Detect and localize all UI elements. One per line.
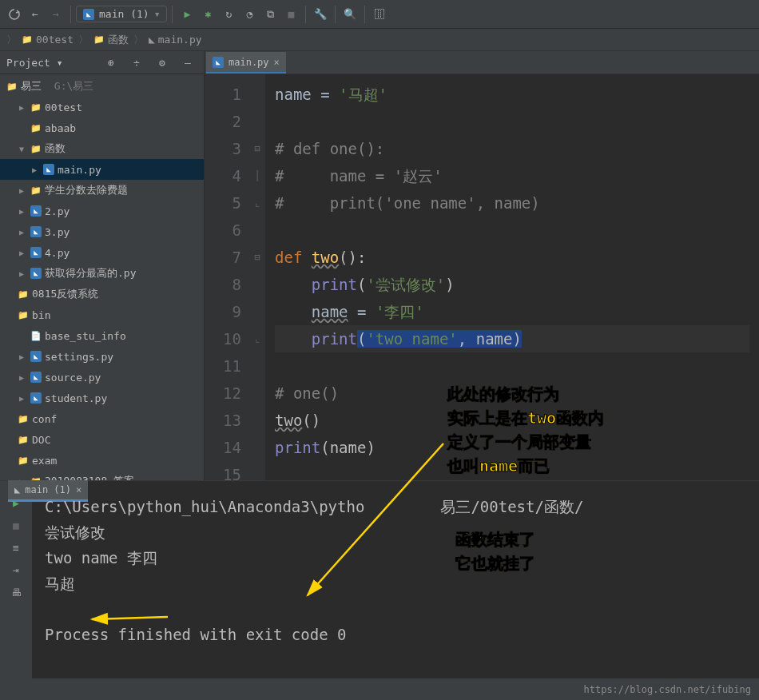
python-icon: ◣ [30,392,42,404]
stop-icon[interactable]: ■ [7,516,25,534]
structure-icon[interactable]: ⿲ [370,5,389,24]
sync-icon[interactable] [5,5,24,24]
run-icon[interactable]: ▶ [177,5,197,24]
python-icon: ◣ [30,205,42,217]
stop-icon[interactable]: ■ [281,5,300,24]
python-icon: ◣ [30,372,42,383]
file-icon: 📄 [30,330,42,341]
console-line: two name 李四 [45,545,746,571]
collapse-icon[interactable]: ÷ [127,53,146,72]
console-line: Process finished with exit code 0 [45,622,746,647]
console-line: 马超 [45,571,746,596]
tree-item[interactable]: 📁bin [0,304,204,325]
crumb-file[interactable]: ◣main.py [149,34,202,46]
tree-item[interactable]: ▼📁函数 [0,138,204,159]
python-icon: ◣ [30,226,42,237]
crumb-mid[interactable]: 📁函数 [93,33,129,47]
search-icon[interactable]: 🔍 [340,5,360,24]
tree-item[interactable]: ▶◣main.py [0,159,204,180]
tree-item[interactable]: ▶◣student.py [0,388,204,408]
target-icon[interactable]: ⊕ [101,53,121,72]
scroll-icon[interactable]: ⇥ [7,561,25,579]
code-line[interactable]: # print('one name', name) [275,189,749,217]
print-icon[interactable]: 🖶 [7,583,25,601]
gear-icon[interactable]: ⚙ [153,53,172,72]
chevron-down-icon[interactable]: ▾ [57,57,63,69]
console-output[interactable]: C:\Users\python_hui\Anaconda3\pytho函数结束了… [32,481,759,678]
project-title: Project [6,57,50,69]
folder-icon: 📁 [18,413,29,424]
tree-item[interactable]: 📄base_stu_info [0,325,204,346]
folder-icon: 📁 [30,143,42,154]
chevron-down-icon: ▾ [154,8,161,20]
run-tool-window: ▶ ■ ≡ ⇥ 🖶 C:\Users\python_hui\Anaconda3\… [0,480,759,678]
editor-tabs: ◣ main.py × [205,51,759,74]
code-line[interactable] [275,352,749,380]
python-icon: ◣ [14,484,20,495]
main-toolbar: ← → ◣ main (1) ▾ ▶ ✱ ↻ ◔ ⧉ ■ 🔧 🔍 ⿲ [0,0,759,29]
tree-item[interactable]: ▶📁学生分数去除费题 [0,180,204,201]
tree-item[interactable]: 📁abaab [0,117,204,138]
folder-icon: 📁 [30,101,42,113]
console-line [45,596,746,622]
python-icon: ◣ [213,57,224,68]
code-line[interactable]: print('尝试修改') [275,271,749,298]
tree-item[interactable]: ▶◣3.py [0,221,204,242]
profile-icon[interactable]: ◔ [240,5,259,24]
run-config-label: main (1) [99,8,149,20]
folder-icon: 📁 [30,122,42,133]
code-line[interactable]: # def one(): [275,135,749,162]
tree-item[interactable]: ▶◣4.py [0,242,204,263]
tree-item[interactable]: 📁DOC [0,429,204,450]
python-icon: ◣ [83,9,94,20]
layout-icon[interactable]: ≡ [7,539,25,556]
hide-icon[interactable]: — [178,53,197,72]
code-line[interactable] [275,108,749,135]
python-icon: ◣ [43,164,54,175]
fold-gutter: ⊟│⌞ ⊟ ⌞ [249,74,265,484]
annotation-2: 函数结束了 它也就挂了 [455,527,535,575]
tree-item[interactable]: ▶◣settings.py [0,346,204,367]
concurrent-icon[interactable]: ⧉ [260,5,280,24]
python-icon: ◣ [30,268,42,279]
project-tree[interactable]: 📁 易三 G:\易三 ▶📁00test📁abaab▼📁函数▶◣main.py▶📁… [0,74,204,502]
code-line[interactable]: def two(): [275,244,749,271]
console-line: C:\Users\python_hui\Anaconda3\pytho函数结束了… [45,494,746,519]
project-tool-window: Project ▾ ⊕ ÷ ⚙ — 📁 易三 G:\易三 ▶📁00test📁ab… [0,51,205,502]
breadcrumb: 〉 📁00test 〉 📁函数 〉 ◣main.py [0,29,759,51]
code-line[interactable]: print('two name', name) [275,325,749,352]
tree-item[interactable]: 📁exam [0,450,204,471]
tree-item[interactable]: ▶◣source.py [0,367,204,388]
coverage-icon[interactable]: ↻ [219,5,238,24]
debug-icon[interactable]: ✱ [198,5,217,24]
folder-icon: 📁 [30,185,42,196]
watermark: https://blog.csdn.net/ifubing [583,684,751,695]
back-icon[interactable]: ← [26,5,45,24]
close-icon[interactable]: × [274,57,280,68]
annotation-1: 此处的修改行为 实际上是在two函数内 定义了一个局部变量 也叫name而已 [447,382,604,478]
folder-icon: 📁 [18,309,29,320]
code-line[interactable] [275,217,749,244]
tree-item[interactable]: 📁conf [0,408,204,429]
console-line: 尝试修改 [45,519,746,545]
tree-item[interactable]: ▶◣获取得分最高的.py [0,263,204,284]
tree-item[interactable]: 📁0815反馈系统 [0,284,204,304]
code-line[interactable]: name = '李四' [275,298,749,325]
folder-icon: 📁 [18,455,29,466]
tree-root[interactable]: 📁 易三 G:\易三 [0,76,204,97]
crumb-root[interactable]: 📁00test [22,34,74,46]
code-line[interactable]: # name = '赵云' [275,162,749,189]
folder-icon: 📁 [18,288,29,300]
forward-icon[interactable]: → [46,5,66,24]
code-line[interactable]: name = '马超' [275,81,749,108]
run-config-selector[interactable]: ◣ main (1) ▾ [76,6,167,22]
python-icon: ◣ [30,247,42,258]
line-gutter: 123456789101112131415 [205,74,249,484]
project-header: Project ▾ ⊕ ÷ ⚙ — [0,51,204,74]
wrench-icon[interactable]: 🔧 [311,5,330,24]
run-toolbar: ▶ ■ ≡ ⇥ 🖶 [0,481,32,678]
editor-tab-main[interactable]: ◣ main.py × [206,52,286,74]
python-icon: ◣ [30,351,42,362]
tree-item[interactable]: ▶◣2.py [0,201,204,221]
tree-item[interactable]: ▶📁00test [0,97,204,117]
